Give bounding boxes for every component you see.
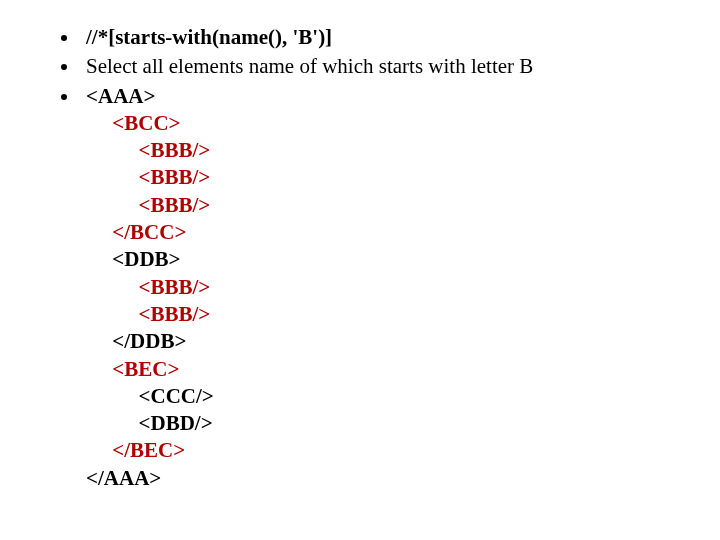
bullet-list: //*[starts-with(name(), 'B')] Select all… [40,24,700,492]
xml-line: <DDB> [86,247,181,271]
xml-line: </DDB> [86,329,186,353]
xml-line-hl: </BCC> [86,220,186,244]
xml-line: <CCC/> [86,384,214,408]
bullet-code: <AAA> <BCC> <BBB/> <BBB/> <BBB/> </BCC> … [80,83,700,492]
xml-line: <DBD/> [86,411,213,435]
xml-line-hl: <BBB/> [86,193,210,217]
xml-line: <AAA> [86,84,155,108]
xml-line-hl: <BCC> [86,111,181,135]
bullet-description: Select all elements name of which starts… [80,53,700,80]
xml-code-block: <AAA> <BCC> <BBB/> <BBB/> <BBB/> </BCC> … [86,83,700,492]
xml-line: </AAA> [86,466,161,490]
slide-content: //*[starts-with(name(), 'B')] Select all… [0,0,720,492]
xml-line-hl: <BBB/> [86,138,210,162]
xml-line-hl: <BEC> [86,357,179,381]
bullet-xpath: //*[starts-with(name(), 'B')] [80,24,700,51]
description-text: Select all elements name of which starts… [86,54,533,78]
xml-line-hl: <BBB/> [86,165,210,189]
xml-line-hl: <BBB/> [86,302,210,326]
xml-line-hl: <BBB/> [86,275,210,299]
xml-line-hl: </BEC> [86,438,185,462]
xpath-expression: //*[starts-with(name(), 'B')] [86,25,332,49]
